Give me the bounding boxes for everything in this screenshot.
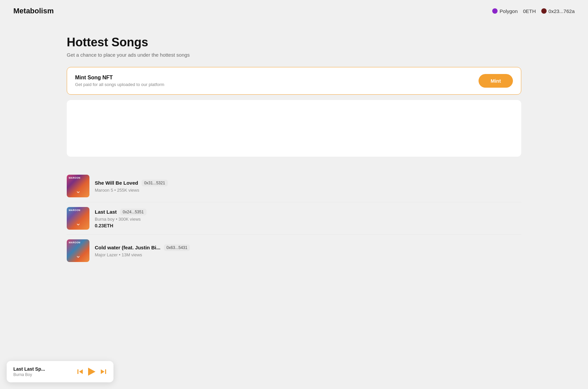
- song-meta-3: Major Lazer • 13M views: [95, 252, 521, 257]
- wallet-dot-icon: [541, 8, 547, 14]
- song-meta-2: Burna boy • 300K views: [95, 217, 521, 222]
- song-item-2[interactable]: MAROON ⌄ Last Last 0x24...5351 Burna boy…: [67, 202, 521, 235]
- eth-balance: 0ETH: [523, 8, 536, 14]
- song-artist-1: Maroon 5: [95, 188, 113, 193]
- mint-nft-text: Mint Song NFT Get paid for all songs upl…: [75, 75, 164, 87]
- song-title-1: She Will Be Loved: [95, 180, 138, 186]
- song-thumbnail-2: MAROON ⌄: [67, 207, 89, 230]
- song-price-2: 0.23ETH: [95, 223, 521, 228]
- mint-nft-title: Mint Song NFT: [75, 75, 164, 81]
- header-right: Polygon 0ETH 0x23...762a: [492, 8, 575, 14]
- mint-button[interactable]: Mint: [479, 74, 513, 88]
- next-icon: [100, 368, 107, 375]
- song-address-3: 0x63...5431: [164, 244, 190, 251]
- app-logo: Metabolism: [13, 7, 54, 15]
- song-info-3: Cold water (feat. Justin Bi... 0x63...54…: [95, 244, 521, 257]
- svg-marker-1: [79, 369, 83, 374]
- player-info: Last Last Sp... Burna Boy: [13, 366, 70, 377]
- album-chevron-3: ⌄: [75, 252, 81, 259]
- play-icon: [88, 368, 95, 376]
- song-title-row-1: She Will Be Loved 0x31...5321: [95, 180, 521, 186]
- song-meta-1: Maroon 5 • 255K views: [95, 188, 521, 193]
- album-chevron-2: ⌄: [75, 220, 81, 226]
- mint-nft-description: Get paid for all songs uploaded to our p…: [75, 82, 164, 87]
- wallet-address: 0x23...762a: [549, 8, 575, 14]
- song-info-1: She Will Be Loved 0x31...5321 Maroon 5 •…: [95, 180, 521, 193]
- song-title-2: Last Last: [95, 209, 117, 215]
- page-subtitle: Get a chance to place your ads under the…: [67, 52, 521, 58]
- album-chevron-1: ⌄: [75, 187, 81, 194]
- svg-rect-0: [77, 369, 78, 374]
- song-list: MAROON ⌄ She Will Be Loved 0x31...5321 M…: [67, 170, 521, 267]
- song-address-2: 0x24...5351: [120, 209, 146, 215]
- network-label: Polygon: [500, 8, 518, 14]
- song-title-row-2: Last Last 0x24...5351: [95, 209, 521, 215]
- prev-button[interactable]: [77, 368, 83, 375]
- player-title: Last Last Sp...: [13, 366, 70, 372]
- mint-nft-card: Mint Song NFT Get paid for all songs upl…: [67, 67, 521, 95]
- svg-marker-3: [101, 369, 104, 374]
- player-artist: Burna Boy: [13, 372, 70, 377]
- song-separator-1: •: [114, 188, 117, 193]
- prev-icon: [77, 368, 83, 375]
- network-dot-icon: [492, 8, 498, 14]
- page-title: Hottest Songs: [67, 35, 521, 49]
- header: Metabolism Polygon 0ETH 0x23...762a: [0, 0, 588, 22]
- song-views-1: 255K views: [117, 188, 139, 193]
- next-button[interactable]: [100, 368, 107, 375]
- song-item-3[interactable]: MAROON ⌄ Cold water (feat. Justin Bi... …: [67, 235, 521, 267]
- song-views-2: 300K views: [118, 217, 140, 222]
- album-label-2: MAROON: [69, 209, 80, 211]
- song-title-row-3: Cold water (feat. Justin Bi... 0x63...54…: [95, 244, 521, 251]
- play-button[interactable]: [88, 368, 95, 376]
- song-separator-2: •: [116, 217, 118, 222]
- svg-rect-2: [105, 369, 106, 374]
- song-item-1[interactable]: MAROON ⌄ She Will Be Loved 0x31...5321 M…: [67, 170, 521, 202]
- player-controls: [77, 368, 107, 376]
- song-address-1: 0x31...5321: [141, 180, 168, 186]
- song-thumbnail-3: MAROON ⌄: [67, 239, 89, 262]
- song-artist-3: Major Lazer: [95, 252, 118, 257]
- main-content: Hottest Songs Get a chance to place your…: [0, 22, 588, 280]
- media-player: Last Last Sp... Burna Boy: [7, 361, 113, 382]
- song-info-2: Last Last 0x24...5351 Burna boy • 300K v…: [95, 209, 521, 228]
- song-views-3: 13M views: [121, 252, 142, 257]
- song-artist-2: Burna boy: [95, 217, 114, 222]
- ad-space-card: [67, 100, 521, 157]
- song-title-3: Cold water (feat. Justin Bi...: [95, 245, 161, 250]
- network-badge[interactable]: Polygon: [492, 8, 518, 14]
- album-label-3: MAROON: [69, 241, 80, 244]
- album-label-1: MAROON: [69, 177, 80, 179]
- wallet-badge[interactable]: 0x23...762a: [541, 8, 575, 14]
- song-thumbnail-1: MAROON ⌄: [67, 175, 89, 197]
